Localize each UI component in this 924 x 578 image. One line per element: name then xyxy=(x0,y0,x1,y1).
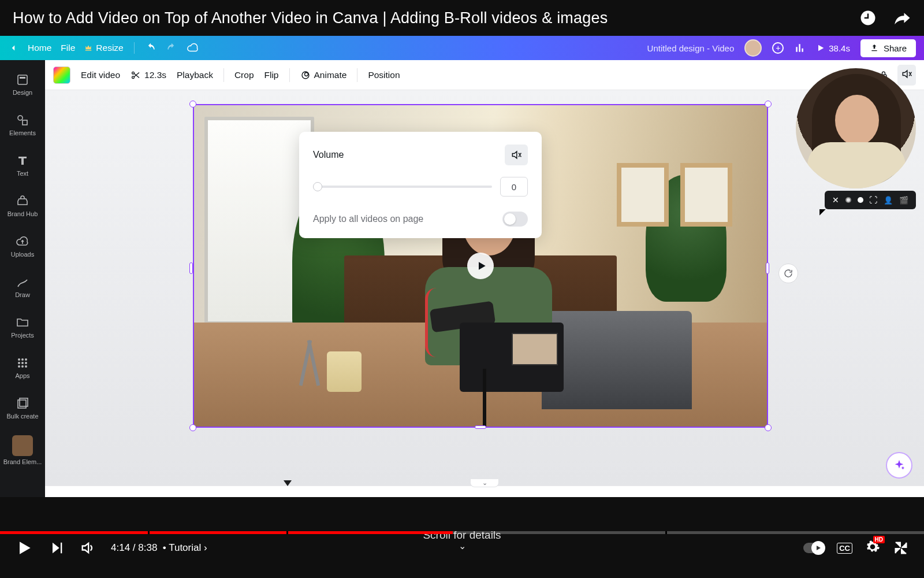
sidebar-item-text[interactable]: Text xyxy=(0,146,45,185)
collapse-timeline-button[interactable]: ⌄ xyxy=(470,479,499,487)
svg-point-10 xyxy=(18,365,20,368)
popover-title: Volume xyxy=(313,150,344,160)
theater-mode-icon[interactable] xyxy=(893,540,909,556)
home-button[interactable]: Home xyxy=(28,43,51,53)
svg-rect-14 xyxy=(20,398,28,406)
svg-point-2 xyxy=(18,116,23,120)
analytics-icon[interactable] xyxy=(794,42,806,54)
resize-handle[interactable] xyxy=(765,101,772,108)
apply-all-toggle[interactable] xyxy=(502,212,528,227)
resize-button[interactable]: Resize xyxy=(84,43,123,53)
settings-button[interactable]: HD xyxy=(865,539,880,557)
next-icon[interactable] xyxy=(49,540,65,556)
canva-header: Home File Resize Untitled design - Video… xyxy=(0,36,924,60)
sidebar-item-projects[interactable]: Projects xyxy=(0,307,45,347)
resize-handle[interactable] xyxy=(189,424,196,431)
redo-icon[interactable] xyxy=(166,42,177,54)
sidebar-item-bulk-create[interactable]: Bulk create xyxy=(0,388,45,428)
animate-icon xyxy=(300,70,311,80)
undo-icon[interactable] xyxy=(145,42,157,54)
popover-mute-button[interactable] xyxy=(505,144,528,165)
svg-rect-13 xyxy=(18,400,26,408)
cloud-sync-icon[interactable] xyxy=(187,42,199,54)
upload-icon xyxy=(870,43,879,53)
crown-icon xyxy=(84,44,92,52)
file-menu[interactable]: File xyxy=(61,43,75,53)
color-swatch[interactable] xyxy=(53,66,70,84)
flip-button[interactable]: Flip xyxy=(264,70,279,80)
volume-mute-button[interactable] xyxy=(897,65,916,86)
volume-icon[interactable] xyxy=(80,540,96,556)
volume-slider[interactable] xyxy=(313,186,492,188)
title-actions xyxy=(859,9,911,27)
ai-assistant-button[interactable] xyxy=(886,452,912,479)
cc-button[interactable]: CC xyxy=(837,543,852,554)
slider-thumb[interactable] xyxy=(313,182,322,191)
share-button[interactable]: Share xyxy=(860,39,916,57)
svg-rect-1 xyxy=(20,77,25,79)
sidebar-item-elements[interactable]: Elements xyxy=(0,105,45,144)
svg-point-5 xyxy=(21,358,24,361)
clapper-icon[interactable]: 🎬 xyxy=(899,196,908,205)
header-play-button[interactable]: 38.4s xyxy=(816,43,850,53)
youtube-time: 4:14 / 8:38 • Tutorial › xyxy=(111,542,207,554)
resize-handle[interactable] xyxy=(189,262,193,274)
close-icon[interactable]: ✕ xyxy=(832,195,839,205)
document-name[interactable]: Untitled design - Video xyxy=(647,43,735,53)
svg-point-9 xyxy=(25,362,27,364)
play-icon xyxy=(816,43,825,53)
mouse-cursor: ◤ xyxy=(819,207,826,216)
dot-icon[interactable] xyxy=(858,197,863,203)
play-icon[interactable] xyxy=(15,539,33,557)
resize-handle[interactable] xyxy=(766,262,769,274)
video-title: How to Add Video on Top of Another Video… xyxy=(13,9,608,27)
scissors-icon xyxy=(131,70,141,80)
sidebar-item-design[interactable]: Design xyxy=(0,65,45,104)
sync-button[interactable] xyxy=(778,264,798,283)
apply-all-label: Apply to all videos on page xyxy=(313,214,423,224)
context-toolbar: Edit video 12.3s Playback Crop Flip Anim… xyxy=(45,60,924,90)
fullscreen-icon[interactable]: ⛶ xyxy=(869,195,877,205)
autoplay-toggle[interactable] xyxy=(803,543,824,553)
resize-handle[interactable] xyxy=(765,424,772,431)
svg-rect-0 xyxy=(18,75,27,84)
brand-thumb-icon xyxy=(12,435,33,456)
presenter-webcam[interactable] xyxy=(796,68,916,188)
back-icon[interactable] xyxy=(8,43,18,53)
user-avatar[interactable] xyxy=(744,39,762,57)
stage-play-button[interactable] xyxy=(467,253,494,279)
share-icon[interactable] xyxy=(894,9,911,27)
sidebar-item-uploads[interactable]: Uploads xyxy=(0,227,45,266)
volume-value[interactable]: 0 xyxy=(500,177,528,197)
sidebar-item-brand-elements[interactable]: Brand Elem... xyxy=(0,429,45,468)
animate-button[interactable]: Animate xyxy=(300,70,347,80)
sidebar-item-brand-hub[interactable]: Brand Hub xyxy=(0,186,45,225)
sidebar-item-draw[interactable]: Draw xyxy=(0,267,45,306)
volume-popover: Volume 0 Apply to all videos on page xyxy=(299,132,542,238)
resize-handle[interactable] xyxy=(475,425,486,429)
volume-mute-icon xyxy=(901,68,912,80)
watch-later-icon[interactable] xyxy=(859,9,877,27)
person-icon[interactable]: 👤 xyxy=(884,196,893,205)
svg-rect-3 xyxy=(23,120,27,125)
add-collaborator-button[interactable]: + xyxy=(772,42,784,54)
edit-video-button[interactable]: Edit video xyxy=(81,70,120,80)
trim-button[interactable]: 12.3s xyxy=(131,70,166,80)
canvas-area[interactable]: Volume 0 Apply to all videos on page xyxy=(45,90,924,486)
svg-point-12 xyxy=(25,365,27,368)
svg-point-18 xyxy=(304,72,308,76)
svg-point-8 xyxy=(21,362,24,364)
svg-point-6 xyxy=(25,358,27,361)
crop-button[interactable]: Crop xyxy=(234,70,254,80)
position-button[interactable]: Position xyxy=(368,70,400,80)
youtube-controls: 4:14 / 8:38 • Tutorial › CC HD xyxy=(0,534,924,562)
playback-button[interactable]: Playback xyxy=(177,70,213,80)
sparkle-icon xyxy=(893,459,906,472)
refresh-icon xyxy=(783,268,793,279)
svg-point-11 xyxy=(21,365,24,368)
playhead-marker[interactable] xyxy=(284,480,292,486)
sidebar-item-apps[interactable]: Apps xyxy=(0,348,45,387)
record-icon[interactable] xyxy=(845,197,851,203)
resize-handle[interactable] xyxy=(189,101,196,108)
svg-point-4 xyxy=(18,358,20,361)
